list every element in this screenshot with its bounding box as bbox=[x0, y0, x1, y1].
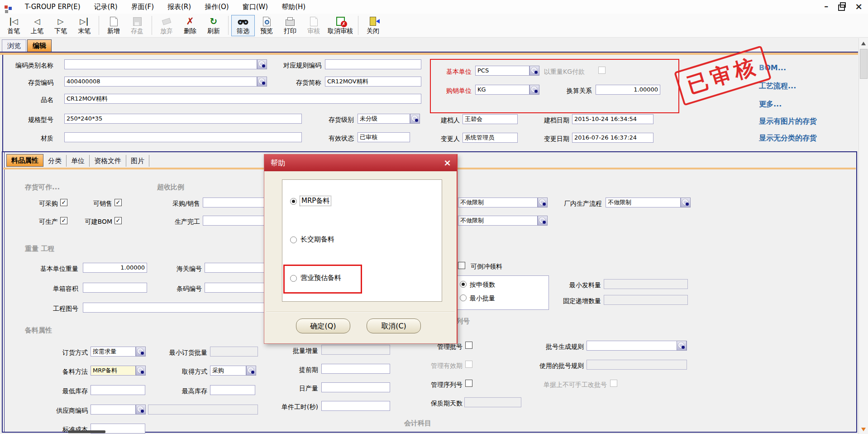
limit1-field[interactable]: 不做限制 bbox=[458, 198, 538, 207]
subtab-units[interactable]: 单位 bbox=[67, 155, 90, 167]
unit-hours-field[interactable] bbox=[321, 401, 390, 411]
rule-code-field[interactable] bbox=[325, 59, 421, 69]
close-form-button[interactable]: 关闭 bbox=[361, 15, 385, 36]
menu-record[interactable]: 记录(R) bbox=[94, 3, 118, 11]
purchasable-checkbox[interactable] bbox=[60, 199, 67, 206]
manage-batch-checkbox[interactable] bbox=[465, 342, 472, 349]
scroll-down-icon[interactable] bbox=[861, 428, 866, 431]
close-icon[interactable]: × bbox=[855, 1, 863, 12]
main-tab-strip: 浏览 编辑 bbox=[2, 39, 52, 52]
tab-edit[interactable]: 编辑 bbox=[27, 39, 52, 52]
menu-app[interactable]: T-GROUP ERP(E) bbox=[25, 3, 81, 11]
restore-icon[interactable] bbox=[838, 5, 845, 11]
print-button[interactable]: 打印 bbox=[278, 15, 302, 36]
last-record-button[interactable]: ▷| 末笔 bbox=[72, 15, 96, 36]
base-weight-field[interactable]: 1.00000 bbox=[83, 263, 147, 273]
tab-browse[interactable]: 浏览 bbox=[2, 39, 26, 52]
close-form-label: 关闭 bbox=[367, 27, 379, 35]
option-long-lead-label[interactable]: 长交期备料 bbox=[300, 235, 334, 244]
scroll-thumb[interactable] bbox=[860, 49, 868, 79]
coding-class-field[interactable] bbox=[64, 59, 257, 69]
max-stock-field[interactable] bbox=[210, 385, 255, 395]
minimize-icon[interactable]: – bbox=[824, 1, 828, 12]
shelf-days-label: 保质期天数 bbox=[420, 400, 463, 408]
prep-method-field[interactable]: MRP备料 bbox=[91, 366, 136, 376]
option-long-lead-radio[interactable] bbox=[290, 236, 297, 243]
acquire-lookup-icon[interactable] bbox=[246, 366, 256, 376]
prep-method-lookup-icon[interactable] bbox=[136, 366, 146, 376]
limit2-lookup-icon[interactable] bbox=[538, 216, 548, 226]
acquire-field[interactable]: 采购 bbox=[210, 366, 246, 376]
refresh-button[interactable]: ↻ 刷新 bbox=[202, 15, 225, 36]
name-field[interactable]: CR12MOV精料 bbox=[64, 94, 421, 104]
limit1-lookup-icon[interactable] bbox=[538, 198, 548, 207]
link-more[interactable]: 更多... bbox=[759, 100, 782, 109]
factory-flow-lookup-icon[interactable] bbox=[681, 198, 691, 207]
bomable-checkbox[interactable] bbox=[114, 217, 122, 224]
link-show-unclassified[interactable]: 显示无分类的存货 bbox=[759, 134, 817, 143]
manage-serial-checkbox[interactable] bbox=[465, 380, 472, 387]
preview-button[interactable]: 预览 bbox=[255, 15, 278, 36]
help-dialog-titlebar[interactable]: 帮助 × bbox=[264, 154, 457, 171]
order-mode-lookup-icon[interactable] bbox=[136, 347, 146, 357]
inv-code-field[interactable]: 400400008 bbox=[64, 77, 257, 87]
rule-code-label: 对应规则编码 bbox=[268, 62, 321, 70]
inv-level-lookup-icon[interactable] bbox=[410, 114, 420, 124]
issue-by-request-radio[interactable] bbox=[460, 281, 467, 288]
lead-time-field[interactable] bbox=[321, 364, 390, 374]
menu-report[interactable]: 报表(R) bbox=[167, 3, 191, 11]
filter-button[interactable]: 筛选 bbox=[231, 15, 255, 36]
prev-record-button[interactable]: ◁ 上笔 bbox=[25, 15, 49, 36]
option-mrp-label[interactable]: MRP备料 bbox=[300, 196, 331, 206]
coding-class-lookup-icon[interactable] bbox=[257, 59, 267, 69]
cancel-audit-button[interactable]: 取消审核 bbox=[325, 15, 355, 36]
delete-button[interactable]: ✗ 删除 bbox=[178, 15, 202, 36]
menu-interface[interactable]: 界面(F) bbox=[131, 3, 154, 11]
subtab-item-attrs[interactable]: 料品属性 bbox=[6, 154, 43, 167]
producible-checkbox[interactable] bbox=[60, 217, 67, 224]
section-serial-partial: 列号 bbox=[456, 317, 470, 326]
ok-button[interactable]: 确定(Q) bbox=[296, 318, 350, 333]
cancel-button[interactable]: 取消(C) bbox=[367, 318, 421, 333]
new-button[interactable]: 新增 bbox=[102, 15, 125, 36]
manage-batch-label: 管理批号 bbox=[426, 343, 463, 351]
sellable-checkbox[interactable] bbox=[114, 199, 122, 206]
dialog-close-icon[interactable]: × bbox=[444, 154, 451, 171]
used-batch-rule-label: 使用的批号规则 bbox=[523, 362, 584, 370]
issue-min-batch-radio[interactable] bbox=[460, 294, 467, 301]
subtab-qualification[interactable]: 资格文件 bbox=[90, 155, 126, 167]
inv-short-field[interactable]: CR12MOV精料 bbox=[325, 77, 421, 87]
inv-level-field[interactable]: 未分级 bbox=[358, 114, 410, 124]
box-volume-field[interactable] bbox=[83, 283, 147, 293]
scroll-up-icon[interactable] bbox=[861, 42, 866, 45]
first-record-button[interactable]: |◁ 首笔 bbox=[2, 15, 25, 36]
inv-code-lookup-icon[interactable] bbox=[257, 77, 267, 87]
vertical-scrollbar[interactable] bbox=[858, 38, 868, 434]
limit2-field[interactable]: 不做限制 bbox=[458, 216, 538, 226]
link-process-flow[interactable]: 工艺流程... bbox=[759, 82, 796, 91]
material-field[interactable] bbox=[64, 132, 302, 142]
subtab-classify[interactable]: 分类 bbox=[43, 155, 67, 167]
order-mode-field[interactable]: 按需求量 bbox=[91, 347, 136, 357]
menu-operate[interactable]: 操作(O) bbox=[205, 3, 229, 11]
batch-rule-lookup-icon[interactable] bbox=[677, 341, 687, 351]
eraser-icon bbox=[162, 18, 172, 25]
supplier-field[interactable] bbox=[91, 405, 136, 415]
factory-flow-field[interactable]: 不做限制 bbox=[606, 198, 681, 207]
batch-rule-field[interactable] bbox=[587, 341, 687, 351]
backflush-checkbox[interactable] bbox=[458, 262, 465, 269]
spec-field[interactable]: 250*240*35 bbox=[64, 114, 302, 124]
menu-help[interactable]: 帮助(H) bbox=[281, 3, 305, 11]
creator-label: 建档人 bbox=[424, 116, 460, 125]
daily-output-field[interactable] bbox=[321, 382, 390, 392]
option-mrp-radio[interactable] bbox=[290, 198, 297, 205]
next-record-button[interactable]: ▷ 下笔 bbox=[49, 15, 72, 36]
supplier-lookup-icon[interactable] bbox=[136, 405, 146, 415]
new-doc-icon bbox=[110, 17, 118, 26]
link-show-with-image[interactable]: 显示有图片的存货 bbox=[759, 117, 817, 126]
min-stock-field[interactable] bbox=[91, 385, 145, 395]
subtab-images[interactable]: 图片 bbox=[126, 155, 149, 167]
section-weight-eng: 重量 工程 bbox=[25, 245, 54, 253]
inv-short-label: 存货简称 bbox=[276, 79, 321, 87]
menu-window[interactable]: 窗口(W) bbox=[243, 3, 268, 11]
